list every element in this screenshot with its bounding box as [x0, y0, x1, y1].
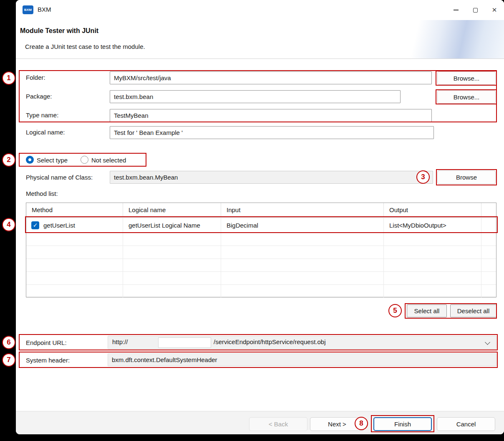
page-subtitle: Create a JUnit test case to test the mod… — [25, 43, 145, 50]
page-title: Module Tester with JUnit — [20, 27, 98, 35]
close-button[interactable]: ✕ — [485, 0, 504, 20]
method-table-header: Method Logical name Input Output — [26, 203, 496, 218]
table-row-empty — [26, 259, 496, 272]
table-row-empty — [26, 272, 496, 285]
back-button[interactable]: < Back — [249, 417, 307, 431]
deselect-all-button[interactable]: Deselect all — [450, 304, 496, 317]
system-header-field[interactable]: bxm.dft.context.DefaultSystemHeader — [108, 353, 496, 366]
method-checkbox[interactable]: ✓ — [31, 221, 39, 229]
minimize-icon — [454, 10, 459, 10]
column-header-logical-name: Logical name — [123, 203, 221, 218]
logical-name-input[interactable] — [110, 126, 434, 139]
window-title: BXM — [38, 6, 51, 13]
method-list-label: Method list: — [26, 190, 58, 197]
select-type-radio-label: Select type — [37, 157, 68, 164]
annotation-marker-3: 3 — [416, 170, 430, 184]
method-table: Method Logical name Input Output ✓ getUs… — [26, 203, 496, 297]
spacer-cell — [481, 218, 496, 233]
wizard-banner: Module Tester with JUnit Create a JUnit … — [16, 20, 504, 59]
bxm-logo-icon: BXM — [23, 5, 33, 14]
bxm-logo-text: BXM — [24, 8, 32, 12]
package-label: Package: — [26, 93, 52, 100]
chevron-down-icon[interactable] — [485, 340, 490, 345]
method-name: getUserList — [43, 222, 75, 229]
not-selected-radio[interactable] — [81, 156, 88, 164]
column-header-output: Output — [384, 203, 481, 218]
footer-bar: < Back Next > Finish Cancel — [16, 411, 504, 434]
annotation-marker-4: 4 — [2, 218, 15, 231]
package-input[interactable] — [110, 90, 401, 103]
table-row-empty — [26, 233, 496, 246]
method-cell: ✓ getUserList — [26, 218, 123, 233]
not-selected-radio-label: Not selected — [91, 157, 126, 164]
logical-name-cell: getUserList Logical Name — [123, 218, 221, 233]
window-controls: ✕ — [446, 0, 504, 20]
select-type-radio[interactable] — [26, 156, 34, 164]
annotation-marker-7: 7 — [2, 353, 15, 367]
table-row[interactable]: ✓ getUserList getUserList Logical Name B… — [26, 218, 496, 233]
system-header-label: System header: — [26, 357, 70, 364]
browse-class-button[interactable]: Browse — [437, 170, 496, 184]
output-cell: List<MyDbioOutput> — [384, 218, 481, 233]
type-name-label: Type name: — [26, 112, 58, 119]
select-all-button[interactable]: Select all — [407, 304, 447, 317]
input-cell: BigDecimal — [221, 218, 384, 233]
physical-class-field[interactable]: test.bxm.bean.MyBean — [110, 171, 433, 184]
endpoint-combobox[interactable]: http:// /serviceEndpoint/httpService/req… — [108, 336, 496, 349]
annotation-marker-2: 2 — [2, 153, 15, 167]
column-header-spacer — [481, 203, 496, 218]
screenshot-canvas: BXM BXM ✕ Module Tester with JUnit Creat… — [0, 0, 504, 441]
browse-folder-button[interactable]: Browse... — [437, 71, 496, 85]
banner-gradient-art — [379, 20, 504, 58]
annotation-marker-5: 5 — [388, 304, 402, 317]
folder-label: Folder: — [26, 74, 45, 81]
logical-name-label: Logical name: — [26, 129, 65, 136]
folder-input[interactable] — [110, 71, 432, 84]
minimize-button[interactable] — [446, 0, 466, 20]
column-header-input: Input — [221, 203, 384, 218]
endpoint-suffix: /serviceEndpoint/httpService/request.obj — [214, 338, 325, 345]
browse-package-button[interactable]: Browse... — [437, 90, 496, 104]
type-name-input[interactable] — [110, 109, 432, 122]
endpoint-host-input[interactable] — [158, 337, 211, 348]
finish-button[interactable]: Finish — [373, 417, 432, 431]
cancel-button[interactable]: Cancel — [437, 417, 495, 431]
close-icon: ✕ — [492, 6, 497, 14]
endpoint-url-label: Endpoint URL: — [26, 339, 67, 346]
titlebar[interactable]: BXM BXM ✕ — [16, 0, 504, 20]
annotation-marker-8: 8 — [355, 417, 368, 430]
annotation-marker-6: 6 — [2, 336, 15, 349]
table-row-empty — [26, 285, 496, 298]
annotation-marker-1: 1 — [2, 71, 15, 85]
maximize-button[interactable] — [466, 0, 485, 20]
maximize-icon — [473, 8, 478, 13]
column-header-method: Method — [26, 203, 123, 218]
check-icon: ✓ — [33, 222, 38, 228]
endpoint-prefix: http:// — [112, 338, 128, 345]
physical-class-label: Physical name of Class: — [26, 174, 93, 181]
table-row-empty — [26, 246, 496, 259]
dialog-window: BXM BXM ✕ Module Tester with JUnit Creat… — [16, 0, 504, 434]
